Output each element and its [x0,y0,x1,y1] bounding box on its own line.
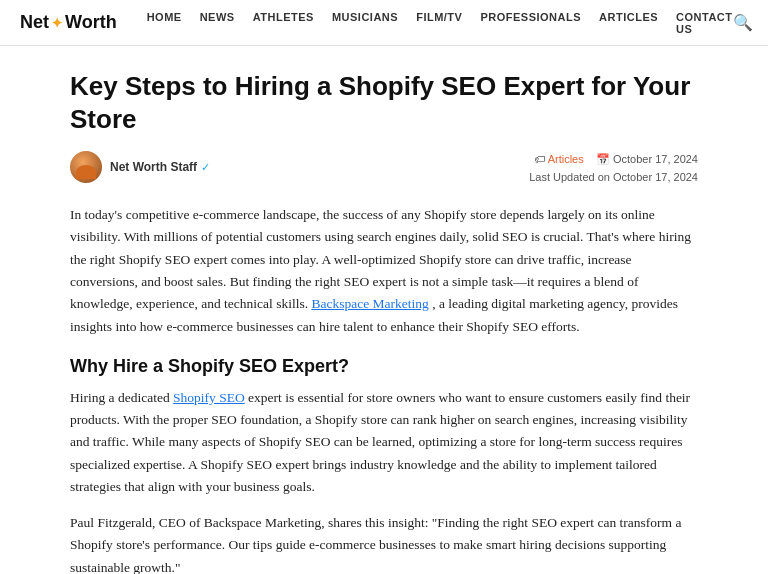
search-icon[interactable]: 🔍 [733,13,753,32]
nav-articles[interactable]: ARTICLES [599,11,658,35]
article-byline: Net Worth Staff ✓ 🏷 Articles 📅 October 1… [70,151,698,186]
nav-news[interactable]: NEWS [200,11,235,35]
shopify-seo-link[interactable]: Shopify SEO [173,390,245,405]
nav-professionals[interactable]: PROFESSIONALS [480,11,581,35]
verified-icon: ✓ [201,161,210,173]
author-section: Net Worth Staff ✓ [70,151,210,183]
category-link[interactable]: Articles [548,153,584,165]
nav-home[interactable]: HOME [147,11,182,35]
tag-icon: 🏷 [534,153,545,165]
author-avatar [70,151,102,183]
last-updated: Last Updated on October 17, 2024 [529,169,698,187]
nav-filmtv[interactable]: FILM/TV [416,11,462,35]
section1-paragraph2: Paul Fitzgerald, CEO of Backspace Market… [70,512,698,574]
backspace-marketing-link[interactable]: Backspace Marketing [311,296,428,311]
article-title: Key Steps to Hiring a Shopify SEO Expert… [70,70,698,135]
section1-post-link: expert is essential for store owners who… [70,390,690,494]
site-logo[interactable]: Net ✦ Worth [20,12,117,33]
calendar-icon: 📅 [596,153,610,165]
site-header: Net ✦ Worth HOME NEWS ATHLETES MUSICIANS… [0,0,768,46]
logo-star-icon: ✦ [51,15,63,31]
article-main: Key Steps to Hiring a Shopify SEO Expert… [54,46,714,574]
nav-contact[interactable]: CONTACT US [676,11,732,35]
section1-paragraph1: Hiring a dedicated Shopify SEO expert is… [70,387,698,498]
section1-pre-link: Hiring a dedicated [70,390,173,405]
article-date: October 17, 2024 [613,153,698,165]
logo-text-worth: Worth [65,12,117,33]
nav-musicians[interactable]: MUSICIANS [332,11,398,35]
article-meta: 🏷 Articles 📅 October 17, 2024 Last Updat… [529,151,698,186]
main-nav: HOME NEWS ATHLETES MUSICIANS FILM/TV PRO… [147,11,733,35]
intro-paragraph: In today's competitive e-commerce landsc… [70,204,698,338]
section1-heading: Why Hire a Shopify SEO Expert? [70,356,698,377]
nav-athletes[interactable]: ATHLETES [253,11,314,35]
author-name[interactable]: Net Worth Staff [110,160,197,174]
logo-text-net: Net [20,12,49,33]
